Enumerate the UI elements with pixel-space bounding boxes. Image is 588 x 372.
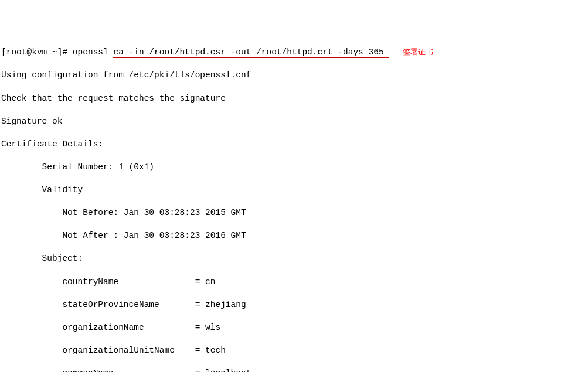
output-cert-details: Certificate Details: (1, 139, 587, 151)
cmd-openssl: openssl (73, 47, 114, 57)
output-ou: organizationalUnitName = tech (1, 345, 587, 357)
output-org: organizationName = wls (1, 322, 587, 334)
output-state: stateOrProvinceName = zhejiang (1, 299, 587, 311)
cmd-args-underlined: ca -in /root/httpd.csr -out /root/httpd.… (113, 47, 389, 58)
output-not-before: Not Before: Jan 30 03:28:23 2015 GMT (1, 207, 587, 219)
output-using-config: Using configuration from /etc/pki/tls/op… (1, 70, 587, 81)
cmd-line: [root@kvm ~]# openssl ca -in /root/httpd… (1, 47, 587, 59)
output-country: countryName = cn (1, 277, 587, 288)
output-signature-ok: Signature ok (1, 116, 587, 128)
output-serial: Serial Number: 1 (0x1) (1, 162, 587, 173)
output-check-request: Check that the request matches the signa… (1, 93, 587, 105)
output-subject: Subject: (1, 253, 587, 265)
output-validity: Validity (1, 185, 587, 196)
output-not-after: Not After : Jan 30 03:28:23 2016 GMT (1, 230, 587, 242)
shell-prompt: [root@kvm ~]# (1, 47, 73, 57)
output-cn: commonName = localhost (1, 368, 587, 372)
annotation-sign-cert: 签署证书 (403, 47, 433, 56)
